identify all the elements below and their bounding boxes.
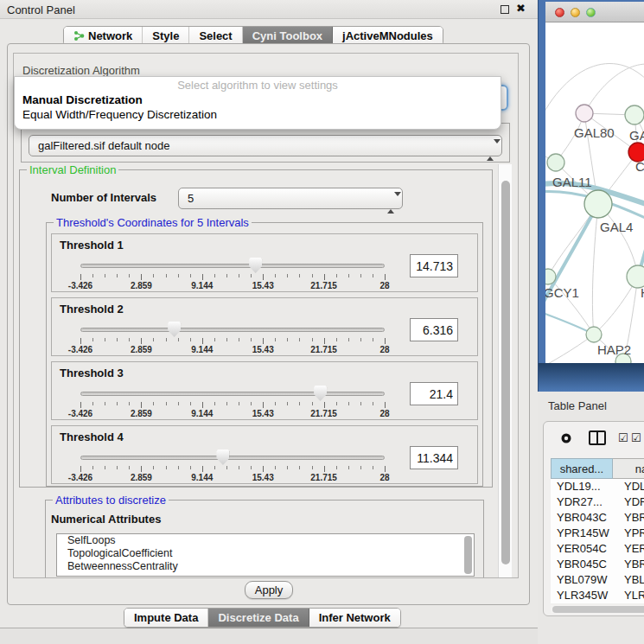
table-row[interactable]: YDL19...YDL1 xyxy=(551,479,644,494)
threshold-label: Threshold 3 xyxy=(60,367,124,379)
table-row[interactable]: YPR145WYPR1 xyxy=(551,526,644,541)
cyni-settings-panel: Discretization Algorithm Select algorith… xyxy=(7,43,530,605)
table-panel-title: Table Panel xyxy=(548,399,607,412)
node-label: HAP2 xyxy=(597,342,631,357)
attribute-list-item[interactable]: BetweennessCentrality xyxy=(57,560,474,573)
table-row[interactable]: YBL079WYBL0 xyxy=(551,572,644,588)
window-title: Control Panel xyxy=(7,3,75,16)
tab-label: Network xyxy=(88,29,132,42)
node-table: shared... na YDL19...YDL1YDR27...YDR2YBR… xyxy=(551,458,644,603)
node-label: C xyxy=(635,159,644,174)
close-traffic-light-icon[interactable] xyxy=(555,8,564,17)
table-toolbar: ☑ ☑ xyxy=(544,422,644,456)
table-cell: YER054C xyxy=(551,541,616,557)
numerical-attributes-list: SelfLoopsTopologicalCoefficientBetweenne… xyxy=(56,533,475,577)
slider-thumb[interactable] xyxy=(314,386,327,401)
control-panel-window: Control Panel ✖ Network Style Select Cyn… xyxy=(0,0,538,628)
slider-scale: -3.4262.8599.14415.4321.71528 xyxy=(80,274,385,291)
table-cell: YDR27... xyxy=(551,494,616,510)
column-header-name[interactable]: na xyxy=(613,458,644,479)
table-row[interactable]: YBR043CYBR0 xyxy=(551,510,644,526)
table-cell: YBL0 xyxy=(616,572,644,588)
dropdown-option-manual-discretization[interactable]: Manual Discretization xyxy=(15,92,501,107)
num-intervals-value: 5 xyxy=(188,192,194,205)
GCY1-node[interactable] xyxy=(545,269,556,284)
scrollbar-thumb[interactable] xyxy=(552,606,644,613)
tab-style[interactable]: Style xyxy=(143,27,189,45)
threshold-1-panel: Threshold 1 -3.4262.8599.14415.4321.7152… xyxy=(51,233,478,292)
attribute-list-item[interactable]: SelfLoops xyxy=(57,534,474,547)
table-row[interactable]: YBR045CYBR0 xyxy=(551,557,644,572)
table-row[interactable]: YLR345WYLR3 xyxy=(551,588,644,603)
threshold-4-slider[interactable] xyxy=(80,456,385,460)
slider-thumb[interactable] xyxy=(249,258,262,273)
threshold-4-panel: Threshold 4 -3.4262.8599.14415.4321.7152… xyxy=(51,425,478,484)
attributes-group-title: Attributes to discretize xyxy=(53,494,169,507)
table-cell: YPR1 xyxy=(616,526,644,541)
settings-scrollbar[interactable] xyxy=(498,164,512,577)
settings-scroll-viewport: Interval Definition Number of Intervals … xyxy=(16,164,498,577)
zoom-traffic-light-icon[interactable] xyxy=(586,8,596,17)
tab-discretize-data[interactable]: Discretize Data xyxy=(208,609,309,627)
tab-label: Impute Data xyxy=(134,611,198,624)
table-cell: YDR2 xyxy=(616,494,644,510)
network-icon xyxy=(73,30,85,41)
close-icon[interactable]: ✖ xyxy=(516,2,526,15)
tab-cyni-toolbox[interactable]: Cyni Toolbox xyxy=(243,27,333,45)
network-canvas[interactable]: GAL80GACGAL11GAL4GCY1HHAP2 xyxy=(545,22,644,363)
dropdown-placeholder-option[interactable]: Select algorithm to view settings xyxy=(15,77,501,92)
checkbox-icon[interactable]: ☑ xyxy=(618,431,628,444)
threshold-1-value-input[interactable] xyxy=(410,254,458,277)
table-row[interactable]: YER054CYER0 xyxy=(551,541,644,557)
table-row[interactable]: YDR27...YDR2 xyxy=(551,494,644,510)
table-cell: YDL1 xyxy=(616,479,644,494)
table-cell: YBL079W xyxy=(551,572,616,588)
float-window-icon[interactable] xyxy=(501,5,509,14)
network-edge xyxy=(592,204,598,335)
dropdown-option-equal-width[interactable]: Equal Width/Frequency Discretization xyxy=(15,107,501,122)
tab-label: Cyni Toolbox xyxy=(252,29,322,42)
table-data-combobox[interactable]: galFiltered.sif default node xyxy=(29,135,502,156)
tab-infer-network[interactable]: Infer Network xyxy=(309,609,400,627)
slider-thumb[interactable] xyxy=(168,322,181,337)
GAL4-node[interactable] xyxy=(584,190,612,218)
list-scrollbar[interactable] xyxy=(464,536,472,574)
minimize-traffic-light-icon[interactable] xyxy=(571,8,580,17)
threshold-3-slider[interactable] xyxy=(80,392,385,396)
node-label: GCY1 xyxy=(545,285,579,300)
network-edge xyxy=(545,335,594,363)
HAP2-node[interactable] xyxy=(586,327,602,342)
checkbox-icon[interactable]: ☑ xyxy=(631,431,641,444)
tab-select[interactable]: Select xyxy=(189,27,242,45)
num-intervals-combobox[interactable]: 5 xyxy=(178,188,403,209)
network-window: GAL80GACGAL11GAL4GCY1HHAP2 xyxy=(538,0,644,392)
attribute-list-item[interactable]: TopologicalCoefficient xyxy=(57,547,474,560)
slider-thumb[interactable] xyxy=(216,450,229,465)
slider-scale: -3.4262.8599.14415.4321.71528 xyxy=(80,466,385,483)
threshold-4-value-input[interactable] xyxy=(410,446,458,469)
threshold-2-slider[interactable] xyxy=(80,328,385,332)
threshold-1-slider[interactable] xyxy=(80,264,385,268)
scrollbar-thumb[interactable] xyxy=(501,181,510,564)
threshold-2-panel: Threshold 2 -3.4262.8599.14415.4321.7152… xyxy=(51,297,478,356)
column-header-shared-name[interactable]: shared... xyxy=(551,458,613,479)
table-cell: YLR345W xyxy=(551,588,616,603)
GAL11-node[interactable] xyxy=(547,154,564,171)
apply-button[interactable]: Apply xyxy=(245,581,293,599)
discretize-settings-area: Discretization Algorithm Select algorith… xyxy=(13,53,519,578)
gear-icon[interactable] xyxy=(558,430,575,447)
slider-scale: -3.4262.8599.14415.4321.71528 xyxy=(80,338,385,355)
tab-impute-data[interactable]: Impute Data xyxy=(124,609,208,627)
numerical-attributes-label: Numerical Attributes xyxy=(51,513,161,526)
tab-jactivemnodules[interactable]: jActiveMNodules xyxy=(333,27,443,45)
GA-node[interactable] xyxy=(625,105,644,124)
combo-stepper-icon xyxy=(387,193,395,213)
tab-network[interactable]: Network xyxy=(64,27,143,45)
split-view-icon[interactable] xyxy=(589,430,606,445)
threshold-2-value-input[interactable] xyxy=(410,318,458,341)
network-edge xyxy=(638,195,644,277)
table-hscrollbar[interactable] xyxy=(551,605,644,614)
threshold-3-value-input[interactable] xyxy=(410,382,458,405)
GAL80-node[interactable] xyxy=(576,105,593,122)
table-cell: YPR145W xyxy=(551,526,616,541)
